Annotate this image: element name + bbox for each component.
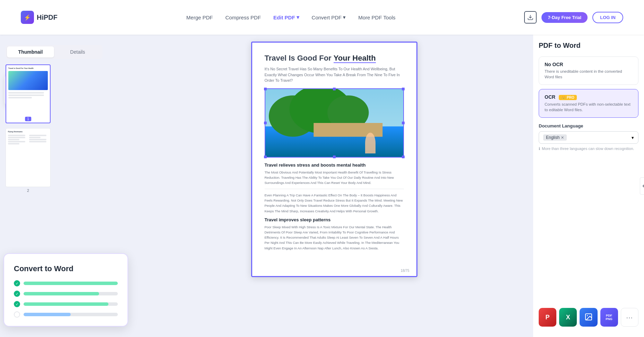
pdf-title: Travel Is Good For Your Health [265,54,404,63]
tool-ppt-letter: P [546,314,550,321]
lang-tag-english: English ✕ [543,134,567,141]
thumb-line-2g [29,137,41,138]
pdf-subtitle: It's No Secret Travel Has So Many Benefi… [265,66,404,83]
image-icon [584,313,593,321]
chevron-down-icon: ▾ [343,14,346,20]
tool-png-inner: PDF PNG [606,314,612,321]
tab-details[interactable]: Details [54,46,101,57]
handle-tl[interactable] [264,88,267,90]
handle-bm[interactable] [333,156,336,158]
bottom-tool-icons: P X PDF PNG [539,308,638,327]
more-dots: ··· [626,313,633,321]
svg-point-9 [587,315,588,316]
tool-img[interactable] [580,308,597,327]
thumb-image-1: Travel is Good For Your Health 1 [6,64,51,123]
tab-section: Thumbnail Details Travel is Good For You… [6,45,130,193]
collapse-panel-button[interactable] [640,177,644,195]
tab-bar: Thumbnail Details [6,45,103,59]
tool-excel[interactable]: X [559,308,577,327]
pdf-image [265,89,403,157]
logo[interactable]: ⚡ HiPDF [21,11,58,24]
tool-excel-letter: X [566,314,570,321]
lang-remove-english[interactable]: ✕ [561,135,564,140]
thumb-line-1c [8,97,32,98]
tool-png[interactable]: PDF PNG [600,308,618,327]
tool-ppt[interactable]: P [539,308,556,327]
convert-card-title: Convert to Word [14,264,118,273]
tool-more[interactable]: ··· [621,308,638,327]
progress-row-3: ✓ [14,301,118,307]
right-panel: PDF to Word No OCR There is uneditable c… [533,35,644,337]
thumb-line-1b [8,95,44,96]
thumb-line-2b [8,137,25,138]
lang-tags: English ✕ [543,134,567,141]
handle-mr[interactable] [402,122,405,124]
handle-tm[interactable] [333,88,336,90]
nav-more-tools[interactable]: More PDF Tools [358,15,395,20]
thumb-photo-1 [8,71,48,90]
check-icon-4 [14,311,20,318]
progress-row-1: ✓ [14,280,118,286]
nav-actions: 7-Day Free Trial LOG IN [524,11,623,24]
nav-compress-pdf[interactable]: Compress PDF [226,15,261,20]
handle-bl[interactable] [264,156,267,158]
check-icon-2: ✓ [14,291,20,297]
thumb-col-right [29,135,48,144]
pdf-page-num: 18/75 [400,269,409,273]
chevron-down-icon: ▾ [297,14,299,20]
nav-links: Merge PDF Compress PDF Edit PDF ▾ Conver… [186,14,396,20]
handle-br[interactable] [402,156,405,158]
person-silhouette [365,133,376,153]
chevron-left-icon [642,183,644,189]
download-icon[interactable] [524,11,537,24]
pdf-page: Travel Is Good For Your Health It's No S… [251,42,417,277]
thumb-pagenum-2: 2 [6,188,51,193]
nav-merge-pdf[interactable]: Merge PDF [186,15,213,20]
lang-select[interactable]: English ✕ ▾ [539,131,638,144]
pdf-section3-body: Poor Sleep Mixed With High Stress Is A T… [265,224,404,251]
thumb-item-2[interactable]: Flying Airstreams [6,128,51,193]
login-button[interactable]: LOG IN [592,12,623,23]
thumb-item-1[interactable]: Travel is Good For Your Health 1 [6,64,51,123]
tool-img-label [584,313,593,322]
progress-bar-fill-4 [24,313,71,316]
pdf-divider [265,189,404,189]
progress-bar-bg-2 [24,292,118,295]
left-panel: ↪ W Thumbnail Details Travel is Good For… [0,35,135,337]
chevron-down-icon: ▾ [632,135,634,140]
logo-text: HiPDF [37,14,58,21]
option-ocr[interactable]: OCR 👑 PRO Converts scanned PDFs with non… [539,89,638,118]
convert-card: Convert to Word ✓ ✓ ✓ [3,253,128,327]
thumbnail-list: Travel is Good For Your Health 1 Flying [6,64,130,193]
handle-tr[interactable] [402,88,405,90]
tool-png-top: PDF [606,314,612,317]
thumb-line-2f [29,135,46,136]
navbar: ⚡ HiPDF Merge PDF Compress PDF Edit PDF … [0,0,644,35]
progress-bar-fill-3 [24,302,108,306]
pdf-image-svg [265,89,403,157]
progress-rows: ✓ ✓ ✓ [14,280,118,318]
option-ocr-desc: Converts scanned PDFs with non-selectabl… [545,101,633,113]
thumb-line-2c [8,139,19,140]
nav-convert-pdf[interactable]: Convert PDF ▾ [312,14,346,20]
option-no-ocr[interactable]: No OCR There is uneditable content in th… [539,56,638,85]
pdf-section3-title: Travel improves sleep patterns [265,217,404,222]
option-no-ocr-desc: There is uneditable content in the conve… [545,69,633,80]
thumb-line-2e [8,143,19,144]
trial-button[interactable]: 7-Day Free Trial [541,12,588,23]
info-icon: ℹ [539,147,540,151]
progress-row-2: ✓ [14,291,118,297]
pdf-image-container[interactable] [265,88,404,158]
handle-ml[interactable] [264,122,267,124]
main-area: ↪ W Thumbnail Details Travel is Good For… [0,35,644,337]
right-panel-title: PDF to Word [539,42,638,50]
thumb-columns-2 [8,135,48,144]
progress-bar-fill-1 [24,282,118,285]
thumb-content-1: Travel is Good For Your Health [6,65,50,123]
lang-hint: ℹ More than three languages can slow dow… [539,147,638,151]
nav-edit-pdf[interactable]: Edit PDF ▾ [273,14,299,20]
thumb-col-left [8,135,27,144]
thumb-line-2i [29,141,46,142]
tab-thumbnail[interactable]: Thumbnail [7,46,54,57]
thumb-line-2h [29,139,46,140]
